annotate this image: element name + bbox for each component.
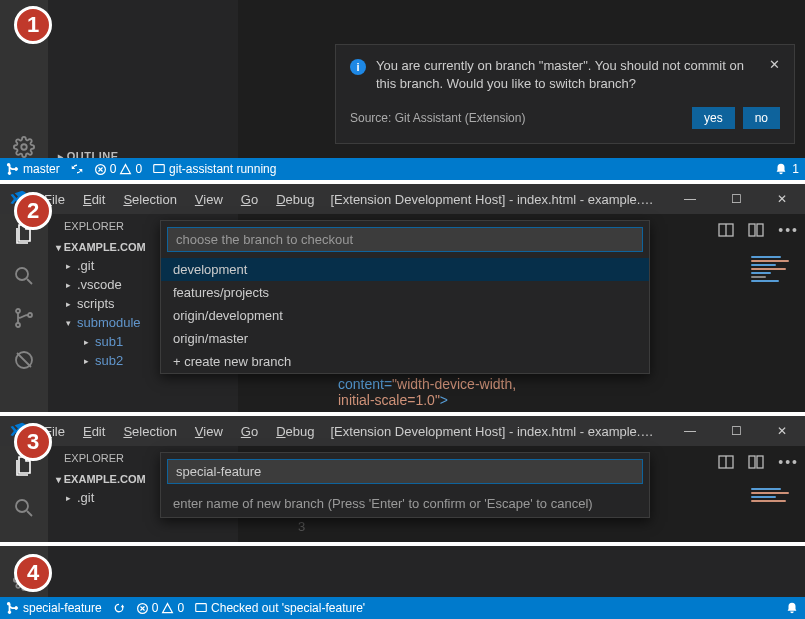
branch-indicator[interactable]: master — [6, 162, 60, 176]
window-title: [Extension Development Host] - index.htm… — [322, 424, 667, 439]
menu-view[interactable]: View — [187, 188, 231, 211]
menu-debug[interactable]: Debug — [268, 188, 322, 211]
svg-point-4 — [16, 309, 20, 313]
quick-pick-item[interactable]: origin/development — [161, 304, 649, 327]
menu-go[interactable]: Go — [233, 420, 266, 443]
search-icon[interactable] — [12, 264, 36, 288]
quick-pick-hint: enter name of new branch (Press 'Enter' … — [161, 490, 649, 517]
quick-pick-input[interactable]: special-feature — [167, 459, 643, 484]
menu-edit[interactable]: Edit — [75, 420, 113, 443]
yes-button[interactable]: yes — [692, 107, 735, 129]
maximize-button[interactable]: ☐ — [713, 416, 759, 446]
title-bar: File Edit Selection View Go Debug [Exten… — [0, 184, 805, 214]
svg-rect-10 — [757, 224, 763, 236]
menu-edit[interactable]: Edit — [75, 188, 113, 211]
notification-count: 1 — [792, 162, 799, 176]
minimap[interactable] — [747, 254, 797, 324]
more-icon[interactable]: ••• — [778, 454, 799, 470]
sync-icon[interactable] — [112, 601, 126, 615]
svg-point-5 — [16, 323, 20, 327]
quick-pick-item[interactable]: development — [161, 258, 649, 281]
no-button[interactable]: no — [743, 107, 780, 129]
close-button[interactable]: ✕ — [759, 184, 805, 214]
quick-pick: choose the branch to checkout developmen… — [160, 220, 650, 374]
step-badge-1: 1 — [14, 6, 52, 44]
branch-indicator[interactable]: special-feature — [6, 601, 102, 615]
minimize-button[interactable]: — — [667, 416, 713, 446]
close-icon[interactable]: ✕ — [769, 57, 780, 72]
sync-icon[interactable] — [70, 162, 84, 176]
code-snippet: content="width-device-width, initial-sca… — [338, 376, 516, 408]
title-bar: File Edit Selection View Go Debug [Exten… — [0, 416, 805, 446]
step-badge-2: 2 — [14, 192, 52, 230]
minimap[interactable] — [747, 486, 797, 536]
quick-pick-item[interactable]: features/projects — [161, 281, 649, 304]
step-badge-4: 4 — [14, 554, 52, 592]
split-editor-icon[interactable] — [748, 222, 764, 238]
split-preview-icon[interactable] — [718, 222, 734, 238]
notification: i You are currently on branch "master". … — [335, 44, 795, 144]
status-bar: master 0 0 git-assistant running 1 — [0, 158, 805, 180]
bell-icon[interactable] — [774, 162, 788, 176]
problems-indicator[interactable]: 0 0 — [136, 601, 184, 615]
svg-rect-9 — [749, 224, 755, 236]
debug-icon[interactable] — [12, 348, 36, 372]
window-title: [Extension Development Host] - index.htm… — [322, 192, 667, 207]
minimize-button[interactable]: — — [667, 184, 713, 214]
split-preview-icon[interactable] — [718, 454, 734, 470]
task-indicator[interactable]: Checked out 'special-feature' — [194, 601, 365, 615]
step-badge-3: 3 — [14, 423, 52, 461]
close-button[interactable]: ✕ — [759, 416, 805, 446]
menu-view[interactable]: View — [187, 420, 231, 443]
source-control-icon[interactable] — [12, 306, 36, 330]
menu-go[interactable]: Go — [233, 188, 266, 211]
svg-point-6 — [28, 313, 32, 317]
status-bar: special-feature 0 0 Checked out 'special… — [0, 597, 805, 619]
svg-rect-17 — [196, 604, 207, 612]
quick-pick-item[interactable]: origin/master — [161, 327, 649, 350]
maximize-button[interactable]: ☐ — [713, 184, 759, 214]
svg-rect-14 — [757, 456, 763, 468]
menu-selection[interactable]: Selection — [115, 188, 184, 211]
notification-source: Source: Git Assistant (Extension) — [350, 111, 684, 125]
notification-message: You are currently on branch "master". Yo… — [376, 57, 753, 93]
svg-rect-13 — [749, 456, 755, 468]
menu-selection[interactable]: Selection — [115, 420, 184, 443]
quick-pick: special-feature enter name of new branch… — [160, 452, 650, 518]
svg-point-11 — [16, 500, 28, 512]
problems-indicator[interactable]: 0 0 — [94, 162, 142, 176]
quick-pick-input[interactable]: choose the branch to checkout — [167, 227, 643, 252]
bell-icon[interactable] — [785, 601, 799, 615]
info-icon: i — [350, 59, 366, 75]
svg-point-3 — [16, 268, 28, 280]
svg-point-0 — [21, 144, 27, 150]
gear-icon[interactable] — [13, 136, 35, 158]
more-icon[interactable]: ••• — [778, 222, 799, 238]
search-icon[interactable] — [12, 496, 36, 520]
menu-debug[interactable]: Debug — [268, 420, 322, 443]
split-editor-icon[interactable] — [748, 454, 764, 470]
task-indicator[interactable]: git-assistant running — [152, 162, 276, 176]
quick-pick-item[interactable]: + create new branch — [161, 350, 649, 373]
svg-rect-2 — [154, 165, 165, 173]
